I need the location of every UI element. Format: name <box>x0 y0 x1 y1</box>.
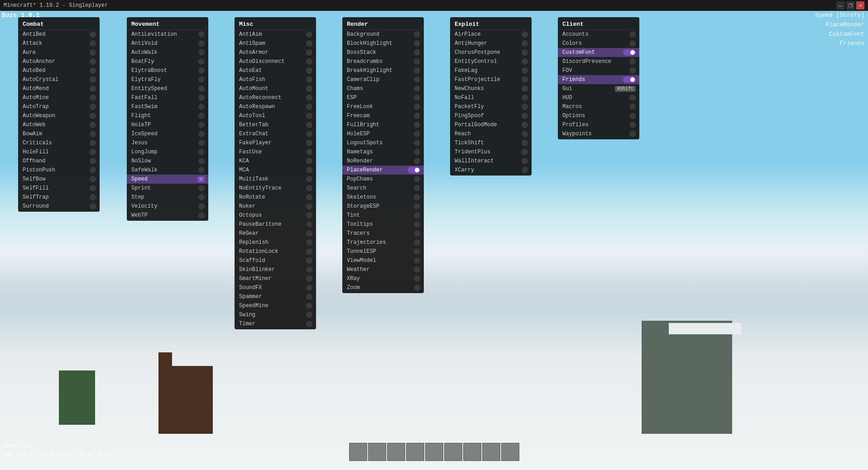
toggle-off[interactable] <box>90 158 96 164</box>
list-item[interactable]: AntiHunger <box>450 39 532 48</box>
toggle-off[interactable] <box>414 266 420 273</box>
toggle-off[interactable] <box>306 122 312 128</box>
toggle-off[interactable] <box>414 95 420 101</box>
toggle-off[interactable] <box>522 122 528 128</box>
list-item[interactable]: BlockHighlight <box>342 39 424 48</box>
toggle-off[interactable] <box>306 140 312 146</box>
list-item[interactable]: Scaffold <box>235 256 316 265</box>
list-item[interactable]: PingSpoof <box>450 111 532 120</box>
toggle-off[interactable] <box>414 176 420 182</box>
list-item[interactable]: MCA <box>235 166 316 175</box>
toggle-off[interactable] <box>629 58 636 65</box>
list-item[interactable]: BossStack <box>342 48 424 57</box>
toggle-off[interactable] <box>629 131 636 137</box>
list-item[interactable]: Options <box>558 111 639 120</box>
list-item[interactable]: Breadcrumbs <box>342 57 424 66</box>
toggle-off[interactable] <box>306 285 312 291</box>
list-item[interactable]: TickShift <box>450 138 532 147</box>
list-item[interactable]: AntiLevitation <box>127 30 208 39</box>
restore-button[interactable]: ❐ <box>846 1 854 9</box>
toggle-off[interactable] <box>90 167 96 173</box>
list-item[interactable]: AutoCrystal <box>18 75 100 84</box>
toggle-off[interactable] <box>198 58 205 65</box>
list-item[interactable]: Velocity <box>127 202 208 211</box>
list-item[interactable]: PauseBaritone <box>235 220 316 229</box>
list-item[interactable]: AutoReconnect <box>235 93 316 102</box>
toggle-off[interactable] <box>522 67 528 74</box>
list-item[interactable]: PistonPush <box>18 166 100 175</box>
list-item[interactable]: SelfTrap <box>18 193 100 202</box>
toggle-off[interactable] <box>414 49 420 56</box>
toggle-off[interactable] <box>198 167 205 173</box>
list-item[interactable]: DiscordPresence <box>558 57 639 66</box>
list-item[interactable]: Tooltips <box>342 220 424 229</box>
list-item[interactable]: FreeLook <box>342 102 424 111</box>
list-item[interactable]: FakeLag <box>450 66 532 75</box>
list-item[interactable]: SoundFX <box>235 283 316 292</box>
list-item[interactable]: Skeletons <box>342 193 424 202</box>
hotbar-slot-2[interactable] <box>368 443 386 461</box>
list-item[interactable]: TridentPlus <box>450 147 532 157</box>
list-item[interactable]: AutoDisconnect <box>235 57 316 66</box>
list-item[interactable]: SmartMiner <box>235 274 316 283</box>
list-item[interactable]: Flight <box>127 111 208 120</box>
list-item[interactable]: LogoutSpots <box>342 138 424 147</box>
list-item[interactable]: HUD <box>558 93 639 102</box>
list-item[interactable]: AutoAnchor <box>18 57 100 66</box>
toggle-off[interactable] <box>306 294 312 300</box>
toggle-off[interactable] <box>414 221 420 228</box>
list-item[interactable]: Aura <box>18 48 100 57</box>
list-item[interactable]: ESP <box>342 93 424 102</box>
toggle-off[interactable] <box>306 194 312 200</box>
list-item[interactable]: Nametags <box>342 147 424 157</box>
toggle-off[interactable] <box>522 131 528 137</box>
list-item[interactable]: HoleTP <box>127 120 208 129</box>
list-item[interactable]: WebTP <box>127 211 208 220</box>
toggle-off[interactable] <box>198 85 205 92</box>
toggle-off[interactable] <box>522 58 528 65</box>
list-item[interactable]: Step <box>127 193 208 202</box>
toggle-off[interactable] <box>306 176 312 182</box>
hotbar-slot-4[interactable] <box>406 443 424 461</box>
list-item[interactable]: Jesus <box>127 138 208 147</box>
toggle-off[interactable] <box>90 58 96 65</box>
list-item[interactable]: AntiVoid <box>127 39 208 48</box>
toggle-off[interactable] <box>414 194 420 200</box>
list-item[interactable]: SafeWalk <box>127 166 208 175</box>
toggle-off[interactable] <box>414 185 420 191</box>
toggle-off[interactable] <box>414 248 420 255</box>
list-item[interactable]: FakePlayer <box>235 138 316 147</box>
list-item[interactable]: PopChams <box>342 175 424 184</box>
toggle-off[interactable] <box>90 85 96 92</box>
toggle-off[interactable] <box>306 85 312 92</box>
list-item[interactable]: AutoBed <box>18 66 100 75</box>
toggle-off[interactable] <box>629 40 636 47</box>
list-item[interactable]: BetterTab <box>235 120 316 129</box>
toggle-off[interactable] <box>306 104 312 110</box>
list-item[interactable]: PacketFly <box>450 102 532 111</box>
toggle-off[interactable] <box>522 140 528 146</box>
hotbar-slot-6[interactable] <box>444 443 462 461</box>
toggle-off[interactable] <box>306 167 312 173</box>
list-item[interactable]: KCA <box>235 157 316 166</box>
list-item[interactable]: ElytraFly <box>127 75 208 84</box>
list-item[interactable]: GuiRShift <box>558 84 639 93</box>
list-item[interactable]: HoleFill <box>18 147 100 157</box>
list-item[interactable]: NoSlow <box>127 157 208 166</box>
list-item[interactable]: Sprint <box>127 184 208 193</box>
list-item[interactable]: FastProjectile <box>450 75 532 84</box>
toggle-off[interactable] <box>198 104 205 110</box>
toggle-off[interactable] <box>90 176 96 182</box>
toggle-off[interactable] <box>90 31 96 38</box>
list-item[interactable]: Friends <box>558 75 639 84</box>
list-item[interactable]: NoFall <box>450 93 532 102</box>
list-item[interactable]: Accounts <box>558 30 639 39</box>
toggle-off[interactable] <box>198 76 205 83</box>
list-item[interactable]: Attack <box>18 39 100 48</box>
toggle-off[interactable] <box>414 58 420 65</box>
toggle-off[interactable] <box>306 67 312 74</box>
toggle[interactable] <box>408 167 420 173</box>
list-item[interactable]: EntitySpeed <box>127 84 208 93</box>
list-item[interactable]: Spammer <box>235 292 316 301</box>
list-item[interactable]: SpeedMine <box>235 301 316 310</box>
